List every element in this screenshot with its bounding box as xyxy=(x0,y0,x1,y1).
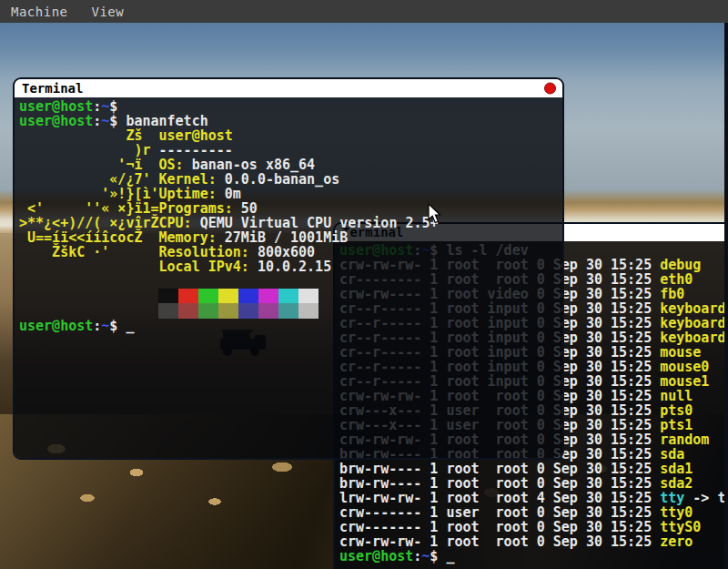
prompt-line: user@host:~$ _ xyxy=(339,549,728,564)
vm-menu-bar: Machine View xyxy=(0,0,728,23)
palette-swatch xyxy=(298,303,318,319)
palette-swatch xyxy=(258,289,278,303)
palette-swatch xyxy=(238,289,258,303)
fetch-row: <' ''« ×}ï1=Programs: 50 xyxy=(19,201,562,216)
terminal-window-1[interactable]: Terminal user@host:~$ user@host:~$ banan… xyxy=(13,77,564,460)
fetch-row: >**¿<+)//( ×¿vîrŽCPU: QEMU Virtual CPU v… xyxy=(19,216,562,230)
terminal1-body[interactable]: user@host:~$ user@host:~$ bananfetch Zš … xyxy=(15,97,562,458)
palette-swatch xyxy=(178,303,198,319)
palette-swatch xyxy=(178,289,198,303)
fetch-row: ŽškC ·' Resolution: 800x600 xyxy=(19,245,562,259)
prompt-line: user@host:~$ bananfetch xyxy=(19,114,562,128)
palette-swatch xyxy=(278,289,298,303)
palette-swatch xyxy=(218,289,238,303)
mouse-cursor-icon xyxy=(428,204,442,228)
palette-swatch xyxy=(198,289,218,303)
menu-item-machine[interactable]: Machine xyxy=(11,5,68,19)
palette-swatch xyxy=(218,303,238,319)
fetch-row: Zš user@host xyxy=(19,128,562,143)
palette-swatch xyxy=(278,303,298,319)
palette-swatch xyxy=(198,303,218,319)
prompt-line: user@host:~$ xyxy=(19,99,562,114)
listing-row: crw------- 1 root root 0 Sep 30 15:25 tt… xyxy=(339,520,728,534)
fetch-row: Local IPv4: 10.0.2.15 xyxy=(19,259,562,274)
fetch-row: '¬ï OS: banan-os x86_64 xyxy=(19,157,562,172)
close-button[interactable] xyxy=(544,83,556,95)
palette-swatch xyxy=(238,303,258,319)
fetch-row: «/¿7' Kernel: 0.0.0-banan_os xyxy=(19,172,562,187)
terminal1-titlebar[interactable]: Terminal xyxy=(15,79,562,97)
listing-row: crw------- 1 user root 0 Sep 30 15:25 tt… xyxy=(339,505,728,520)
palette-swatch xyxy=(298,289,318,303)
fetch-row: U==íï<<ííîcocŽ Memory: 27MiB / 1001MiB xyxy=(19,230,562,245)
listing-row: brw-rw---- 1 root root 0 Sep 30 15:25 sd… xyxy=(339,476,728,491)
blank-line xyxy=(19,274,562,289)
prompt-line: user@host:~$ _ xyxy=(19,319,562,333)
listing-row: brw-rw---- 1 root root 0 Sep 30 15:25 sd… xyxy=(339,462,728,476)
menu-item-view[interactable]: View xyxy=(92,5,125,19)
fetch-row: '»!}[ì'Uptime: 0m xyxy=(19,187,562,201)
color-palette xyxy=(158,303,562,319)
palette-swatch xyxy=(258,303,278,319)
palette-swatch xyxy=(158,289,178,303)
listing-row: crw-rw-rw- 1 root root 0 Sep 30 15:25 ze… xyxy=(339,534,728,549)
palette-swatch xyxy=(158,303,178,319)
fetch-row: )r --------- xyxy=(19,143,562,157)
color-palette xyxy=(158,289,562,303)
listing-row: lrw-rw-rw- 1 root root 4 Sep 30 15:25 tt… xyxy=(339,491,728,505)
terminal1-title: Terminal xyxy=(22,81,83,96)
screen-edge-strip xyxy=(724,23,728,569)
